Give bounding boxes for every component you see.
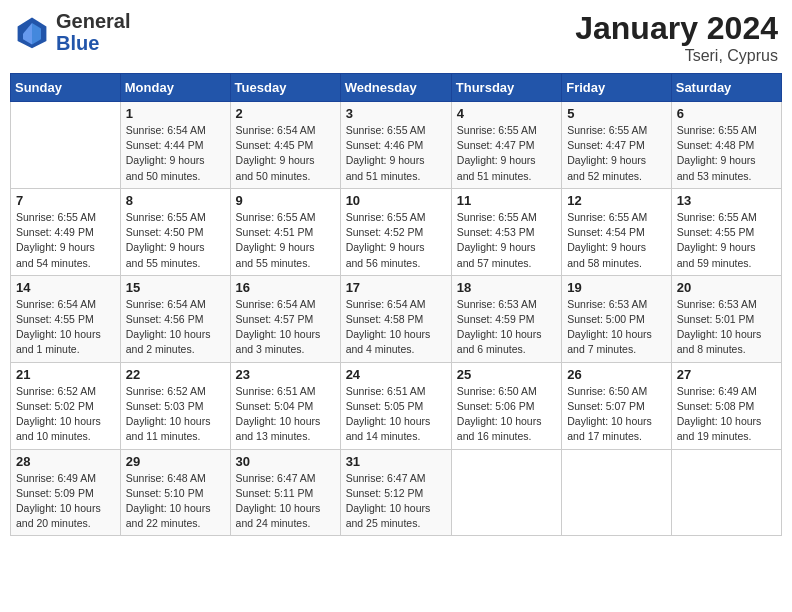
calendar-cell: 31Sunrise: 6:47 AMSunset: 5:12 PMDayligh… — [340, 449, 451, 536]
calendar-cell: 6Sunrise: 6:55 AMSunset: 4:48 PMDaylight… — [671, 102, 781, 189]
weekday-header-wednesday: Wednesday — [340, 74, 451, 102]
calendar-cell: 20Sunrise: 6:53 AMSunset: 5:01 PMDayligh… — [671, 275, 781, 362]
calendar-cell: 8Sunrise: 6:55 AMSunset: 4:50 PMDaylight… — [120, 188, 230, 275]
calendar-cell: 5Sunrise: 6:55 AMSunset: 4:47 PMDaylight… — [562, 102, 672, 189]
calendar-cell: 22Sunrise: 6:52 AMSunset: 5:03 PMDayligh… — [120, 362, 230, 449]
calendar-cell: 21Sunrise: 6:52 AMSunset: 5:02 PMDayligh… — [11, 362, 121, 449]
day-number: 11 — [457, 193, 556, 208]
calendar-table: SundayMondayTuesdayWednesdayThursdayFrid… — [10, 73, 782, 536]
calendar-week-row: 21Sunrise: 6:52 AMSunset: 5:02 PMDayligh… — [11, 362, 782, 449]
day-number: 14 — [16, 280, 115, 295]
day-number: 16 — [236, 280, 335, 295]
day-info: Sunrise: 6:50 AMSunset: 5:07 PMDaylight:… — [567, 384, 666, 445]
calendar-cell: 25Sunrise: 6:50 AMSunset: 5:06 PMDayligh… — [451, 362, 561, 449]
calendar-cell — [11, 102, 121, 189]
calendar-cell — [671, 449, 781, 536]
day-number: 20 — [677, 280, 776, 295]
day-number: 7 — [16, 193, 115, 208]
calendar-cell: 24Sunrise: 6:51 AMSunset: 5:05 PMDayligh… — [340, 362, 451, 449]
day-number: 6 — [677, 106, 776, 121]
day-number: 22 — [126, 367, 225, 382]
month-title: January 2024 — [575, 10, 778, 47]
day-number: 15 — [126, 280, 225, 295]
day-number: 24 — [346, 367, 446, 382]
day-info: Sunrise: 6:47 AMSunset: 5:12 PMDaylight:… — [346, 471, 446, 532]
day-info: Sunrise: 6:54 AMSunset: 4:58 PMDaylight:… — [346, 297, 446, 358]
calendar-cell: 12Sunrise: 6:55 AMSunset: 4:54 PMDayligh… — [562, 188, 672, 275]
calendar-cell: 23Sunrise: 6:51 AMSunset: 5:04 PMDayligh… — [230, 362, 340, 449]
calendar-cell: 28Sunrise: 6:49 AMSunset: 5:09 PMDayligh… — [11, 449, 121, 536]
day-info: Sunrise: 6:54 AMSunset: 4:44 PMDaylight:… — [126, 123, 225, 184]
day-info: Sunrise: 6:54 AMSunset: 4:57 PMDaylight:… — [236, 297, 335, 358]
day-info: Sunrise: 6:55 AMSunset: 4:48 PMDaylight:… — [677, 123, 776, 184]
calendar-body: 1Sunrise: 6:54 AMSunset: 4:44 PMDaylight… — [11, 102, 782, 536]
day-info: Sunrise: 6:55 AMSunset: 4:50 PMDaylight:… — [126, 210, 225, 271]
day-number: 31 — [346, 454, 446, 469]
day-number: 3 — [346, 106, 446, 121]
calendar-week-row: 1Sunrise: 6:54 AMSunset: 4:44 PMDaylight… — [11, 102, 782, 189]
day-number: 25 — [457, 367, 556, 382]
weekday-header-friday: Friday — [562, 74, 672, 102]
day-info: Sunrise: 6:55 AMSunset: 4:54 PMDaylight:… — [567, 210, 666, 271]
calendar-cell: 27Sunrise: 6:49 AMSunset: 5:08 PMDayligh… — [671, 362, 781, 449]
day-info: Sunrise: 6:50 AMSunset: 5:06 PMDaylight:… — [457, 384, 556, 445]
weekday-header-monday: Monday — [120, 74, 230, 102]
day-info: Sunrise: 6:55 AMSunset: 4:51 PMDaylight:… — [236, 210, 335, 271]
day-number: 17 — [346, 280, 446, 295]
day-number: 30 — [236, 454, 335, 469]
logo-icon — [14, 14, 50, 50]
day-info: Sunrise: 6:52 AMSunset: 5:02 PMDaylight:… — [16, 384, 115, 445]
weekday-header-sunday: Sunday — [11, 74, 121, 102]
day-info: Sunrise: 6:49 AMSunset: 5:09 PMDaylight:… — [16, 471, 115, 532]
day-number: 13 — [677, 193, 776, 208]
logo: General Blue — [14, 10, 130, 54]
day-number: 9 — [236, 193, 335, 208]
logo-general-text: General — [56, 10, 130, 32]
day-info: Sunrise: 6:55 AMSunset: 4:46 PMDaylight:… — [346, 123, 446, 184]
day-number: 19 — [567, 280, 666, 295]
calendar-cell — [451, 449, 561, 536]
calendar-cell: 19Sunrise: 6:53 AMSunset: 5:00 PMDayligh… — [562, 275, 672, 362]
day-info: Sunrise: 6:53 AMSunset: 5:01 PMDaylight:… — [677, 297, 776, 358]
calendar-cell: 9Sunrise: 6:55 AMSunset: 4:51 PMDaylight… — [230, 188, 340, 275]
logo-blue-text: Blue — [56, 32, 99, 54]
day-info: Sunrise: 6:48 AMSunset: 5:10 PMDaylight:… — [126, 471, 225, 532]
calendar-cell: 14Sunrise: 6:54 AMSunset: 4:55 PMDayligh… — [11, 275, 121, 362]
weekday-header-saturday: Saturday — [671, 74, 781, 102]
calendar-cell: 7Sunrise: 6:55 AMSunset: 4:49 PMDaylight… — [11, 188, 121, 275]
day-number: 18 — [457, 280, 556, 295]
calendar-cell: 4Sunrise: 6:55 AMSunset: 4:47 PMDaylight… — [451, 102, 561, 189]
day-info: Sunrise: 6:55 AMSunset: 4:49 PMDaylight:… — [16, 210, 115, 271]
day-number: 26 — [567, 367, 666, 382]
calendar-week-row: 7Sunrise: 6:55 AMSunset: 4:49 PMDaylight… — [11, 188, 782, 275]
calendar-week-row: 28Sunrise: 6:49 AMSunset: 5:09 PMDayligh… — [11, 449, 782, 536]
day-number: 8 — [126, 193, 225, 208]
calendar-cell: 11Sunrise: 6:55 AMSunset: 4:53 PMDayligh… — [451, 188, 561, 275]
day-info: Sunrise: 6:51 AMSunset: 5:04 PMDaylight:… — [236, 384, 335, 445]
day-info: Sunrise: 6:47 AMSunset: 5:11 PMDaylight:… — [236, 471, 335, 532]
day-number: 29 — [126, 454, 225, 469]
day-info: Sunrise: 6:54 AMSunset: 4:56 PMDaylight:… — [126, 297, 225, 358]
calendar-cell: 18Sunrise: 6:53 AMSunset: 4:59 PMDayligh… — [451, 275, 561, 362]
day-info: Sunrise: 6:49 AMSunset: 5:08 PMDaylight:… — [677, 384, 776, 445]
day-number: 12 — [567, 193, 666, 208]
page-header: General Blue January 2024 Tseri, Cyprus — [10, 10, 782, 65]
title-block: January 2024 Tseri, Cyprus — [575, 10, 778, 65]
calendar-cell: 1Sunrise: 6:54 AMSunset: 4:44 PMDaylight… — [120, 102, 230, 189]
day-number: 23 — [236, 367, 335, 382]
weekday-header-thursday: Thursday — [451, 74, 561, 102]
day-info: Sunrise: 6:55 AMSunset: 4:55 PMDaylight:… — [677, 210, 776, 271]
day-info: Sunrise: 6:55 AMSunset: 4:52 PMDaylight:… — [346, 210, 446, 271]
day-number: 2 — [236, 106, 335, 121]
day-info: Sunrise: 6:53 AMSunset: 4:59 PMDaylight:… — [457, 297, 556, 358]
calendar-header: SundayMondayTuesdayWednesdayThursdayFrid… — [11, 74, 782, 102]
location-title: Tseri, Cyprus — [575, 47, 778, 65]
day-info: Sunrise: 6:55 AMSunset: 4:47 PMDaylight:… — [457, 123, 556, 184]
day-number: 28 — [16, 454, 115, 469]
day-info: Sunrise: 6:51 AMSunset: 5:05 PMDaylight:… — [346, 384, 446, 445]
day-number: 4 — [457, 106, 556, 121]
calendar-cell: 15Sunrise: 6:54 AMSunset: 4:56 PMDayligh… — [120, 275, 230, 362]
calendar-cell: 29Sunrise: 6:48 AMSunset: 5:10 PMDayligh… — [120, 449, 230, 536]
day-info: Sunrise: 6:55 AMSunset: 4:53 PMDaylight:… — [457, 210, 556, 271]
day-number: 21 — [16, 367, 115, 382]
